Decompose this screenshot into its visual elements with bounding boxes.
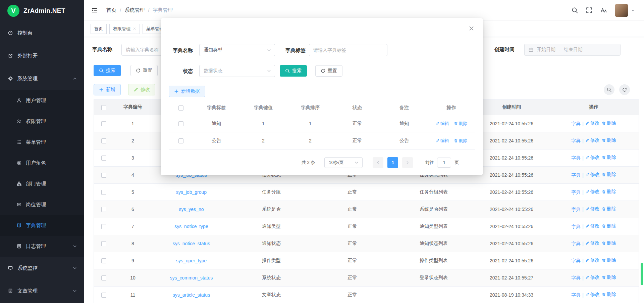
delete-row-link[interactable]: 删除 [454, 138, 468, 144]
search-button[interactable]: 搜索 [94, 65, 121, 76]
edit-row-link[interactable]: 修改 [585, 206, 600, 212]
row-checkbox[interactable] [101, 138, 106, 143]
dict-type-link[interactable]: sys_article_status [173, 292, 210, 298]
delete-row-link[interactable]: 删除 [602, 189, 616, 195]
sidebar-item-user-management[interactable]: 用户管理 [0, 90, 84, 111]
sidebar-item-system-monitor[interactable]: 系统监控 [0, 257, 84, 279]
dict-name-select[interactable]: 通知类型 [199, 44, 275, 56]
sidebar-item-log-management[interactable]: 日志管理 [0, 236, 84, 257]
edit-row-link[interactable]: 修改 [585, 172, 600, 178]
row-checkbox[interactable] [101, 224, 106, 229]
edit-button[interactable]: 修改 [128, 84, 155, 95]
dict-type-link[interactable]: sys_yes_no [179, 207, 204, 212]
sidebar-item-permission-management[interactable]: 权限管理 [0, 111, 84, 132]
tab-home[interactable]: 首页 [91, 24, 107, 34]
row-checkbox[interactable] [101, 121, 106, 126]
date-end-placeholder[interactable]: 结束日期 [564, 47, 583, 53]
dict-data-link[interactable]: 字典 [571, 138, 581, 144]
dict-type-link[interactable]: sys_job_group [176, 189, 207, 195]
dict-data-link[interactable]: 字典 [571, 207, 581, 213]
user-menu[interactable] [615, 4, 635, 17]
edit-row-link[interactable]: 修改 [585, 137, 600, 143]
edit-row-link[interactable]: 修改 [585, 257, 600, 263]
sidebar-item-article-management[interactable]: 文章管理 [0, 279, 84, 302]
edit-row-link[interactable]: 编辑 [435, 138, 449, 144]
dialog-reset-button[interactable]: 重置 [315, 65, 342, 77]
dict-type-link[interactable]: sys_common_status [170, 275, 213, 280]
row-checkbox[interactable] [101, 275, 106, 280]
sidebar-item-department-management[interactable]: 部门管理 [0, 173, 84, 194]
delete-row-link[interactable]: 删除 [602, 257, 616, 263]
date-start-placeholder[interactable]: 开始日期 [537, 47, 555, 53]
delete-row-link[interactable]: 删除 [602, 172, 616, 178]
delete-row-link[interactable]: 删除 [602, 137, 616, 143]
date-range-picker[interactable]: 开始日期 - 结束日期 [524, 44, 621, 56]
edit-row-link[interactable]: 修改 [585, 189, 600, 195]
row-checkbox[interactable] [101, 156, 106, 161]
delete-row-link[interactable]: 删除 [602, 155, 616, 161]
header-search-button[interactable] [572, 7, 578, 13]
scrollbar-thumb[interactable] [641, 263, 643, 285]
prev-page-button[interactable] [373, 157, 383, 168]
delete-row-link[interactable]: 删除 [602, 274, 616, 280]
select-all-checkbox[interactable] [101, 105, 106, 110]
edit-row-link[interactable]: 修改 [585, 274, 600, 280]
delete-row-link[interactable]: 删除 [454, 121, 468, 127]
breadcrumb-home[interactable]: 首页 [106, 7, 116, 13]
page-size-select[interactable]: 10条/页 [324, 157, 363, 168]
dict-data-link[interactable]: 字典 [571, 189, 581, 196]
dict-data-link[interactable]: 字典 [571, 121, 581, 127]
edit-row-link[interactable]: 修改 [585, 240, 600, 246]
sidebar-toggle-button[interactable] [91, 7, 98, 13]
goto-page-input[interactable] [437, 158, 451, 168]
breadcrumb-parent[interactable]: 系统管理 [124, 7, 145, 13]
delete-row-link[interactable]: 删除 [602, 206, 616, 212]
delete-row-link[interactable]: 删除 [602, 120, 616, 126]
row-checkbox[interactable] [101, 241, 106, 246]
dict-data-link[interactable]: 字典 [571, 155, 581, 161]
dict-label-input[interactable] [309, 44, 387, 56]
row-checkbox[interactable] [101, 173, 106, 178]
reset-button[interactable]: 重置 [130, 65, 158, 76]
sidebar-item-external-open[interactable]: 外部打开 [0, 44, 84, 67]
edit-row-link[interactable]: 修改 [585, 223, 600, 229]
row-checkbox[interactable] [101, 207, 106, 212]
delete-row-link[interactable]: 删除 [602, 292, 616, 298]
select-all-checkbox[interactable] [178, 105, 183, 111]
current-page-button[interactable]: 1 [387, 157, 398, 168]
dict-data-link[interactable]: 字典 [571, 224, 581, 230]
avatar[interactable] [615, 4, 628, 17]
sidebar-item-post-management[interactable]: 岗位管理 [0, 194, 84, 215]
delete-row-link[interactable]: 删除 [602, 240, 616, 246]
next-page-button[interactable] [402, 157, 413, 168]
status-select[interactable]: 数据状态 [199, 65, 275, 77]
dict-data-link[interactable]: 字典 [571, 275, 581, 281]
dialog-close-button[interactable] [469, 26, 474, 31]
sidebar-item-menu-management[interactable]: 菜单管理 [0, 132, 84, 153]
dict-type-link[interactable]: sys_notice_status [173, 241, 210, 246]
dict-data-link[interactable]: 字典 [571, 172, 581, 178]
refresh-table-button[interactable] [619, 84, 630, 95]
sidebar-item-user-role[interactable]: 用户角色 [0, 153, 84, 173]
row-checkbox[interactable] [101, 258, 106, 263]
edit-row-link[interactable]: 修改 [585, 292, 600, 298]
row-checkbox[interactable] [101, 293, 106, 298]
dict-data-link[interactable]: 字典 [571, 258, 581, 264]
row-checkbox[interactable] [178, 138, 183, 143]
fullscreen-button[interactable] [586, 7, 592, 13]
dict-data-link[interactable]: 字典 [571, 241, 581, 247]
dict-type-link[interactable]: sys_notice_type [174, 224, 208, 229]
tab-permission-management[interactable]: 权限管理 [109, 24, 140, 34]
row-checkbox[interactable] [101, 190, 106, 195]
edit-row-link[interactable]: 编辑 [435, 121, 449, 127]
dict-data-link[interactable]: 字典 [571, 292, 581, 298]
edit-row-link[interactable]: 修改 [585, 155, 600, 161]
dialog-search-button[interactable]: 搜索 [280, 65, 307, 77]
delete-row-link[interactable]: 删除 [602, 223, 616, 229]
add-button[interactable]: 新增 [94, 84, 121, 95]
sidebar-item-dashboard[interactable]: 控制台 [0, 21, 84, 44]
font-size-button[interactable] [600, 7, 607, 13]
dict-type-link[interactable]: sys_oper_type [176, 258, 207, 263]
add-data-button[interactable]: 新增数据 [169, 86, 205, 97]
row-checkbox[interactable] [178, 121, 183, 126]
